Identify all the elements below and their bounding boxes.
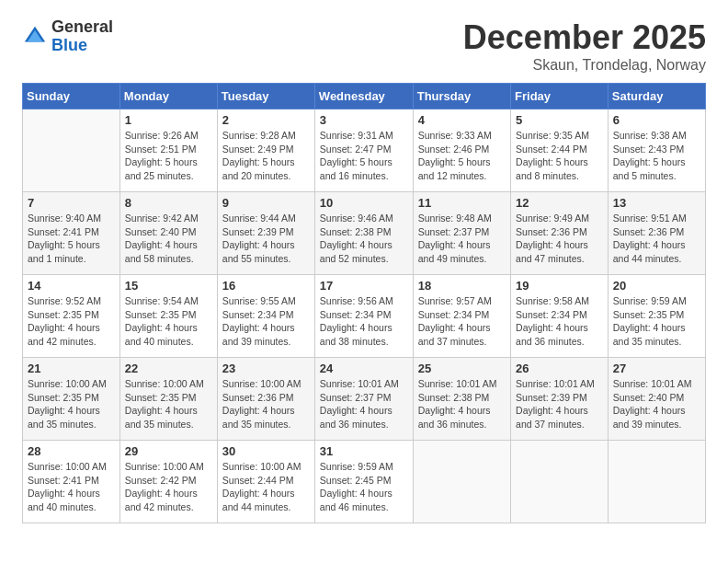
day-number: 7: [28, 196, 115, 210]
calendar-cell: 27Sunrise: 10:01 AM Sunset: 2:40 PM Dayl…: [608, 358, 705, 441]
weekday-header-friday: Friday: [511, 84, 609, 109]
day-info: Sunrise: 9:55 AM Sunset: 2:34 PM Dayligh…: [222, 294, 310, 349]
day-number: 23: [222, 362, 310, 375]
logo-text: General Blue: [51, 18, 113, 55]
day-info: Sunrise: 9:46 AM Sunset: 2:38 PM Dayligh…: [320, 212, 408, 266]
logo-general: General: [51, 17, 113, 36]
day-info: Sunrise: 10:00 AM Sunset: 2:36 PM Daylig…: [222, 377, 310, 431]
day-number: 10: [320, 196, 408, 210]
day-info: Sunrise: 9:48 AM Sunset: 2:37 PM Dayligh…: [418, 212, 506, 266]
calendar-table: SundayMondayTuesdayWednesdayThursdayFrid…: [22, 83, 706, 523]
calendar-cell: 9Sunrise: 9:44 AM Sunset: 2:39 PM Daylig…: [217, 192, 314, 275]
calendar-header-row: SundayMondayTuesdayWednesdayThursdayFrid…: [23, 84, 706, 109]
calendar-cell: 23Sunrise: 10:00 AM Sunset: 2:36 PM Dayl…: [217, 358, 314, 441]
calendar-cell: 11Sunrise: 9:48 AM Sunset: 2:37 PM Dayli…: [413, 192, 510, 275]
day-info: Sunrise: 9:49 AM Sunset: 2:36 PM Dayligh…: [516, 212, 603, 266]
calendar-cell: 29Sunrise: 10:00 AM Sunset: 2:42 PM Dayl…: [119, 441, 217, 523]
day-info: Sunrise: 9:56 AM Sunset: 2:34 PM Dayligh…: [320, 294, 408, 349]
day-info: Sunrise: 10:00 AM Sunset: 2:35 PM Daylig…: [28, 377, 115, 431]
day-number: 14: [28, 279, 115, 293]
day-info: Sunrise: 10:00 AM Sunset: 2:44 PM Daylig…: [222, 460, 310, 514]
calendar-cell: 17Sunrise: 9:56 AM Sunset: 2:34 PM Dayli…: [314, 275, 413, 358]
calendar-cell: 26Sunrise: 10:01 AM Sunset: 2:39 PM Dayl…: [511, 358, 609, 441]
calendar-cell: 4Sunrise: 9:33 AM Sunset: 2:46 PM Daylig…: [413, 109, 510, 192]
day-number: 18: [418, 279, 506, 293]
day-info: Sunrise: 9:51 AM Sunset: 2:36 PM Dayligh…: [613, 212, 700, 266]
calendar-cell: 14Sunrise: 9:52 AM Sunset: 2:35 PM Dayli…: [23, 275, 120, 358]
day-info: Sunrise: 9:33 AM Sunset: 2:46 PM Dayligh…: [418, 129, 506, 183]
weekday-header-thursday: Thursday: [413, 84, 510, 109]
day-number: 20: [613, 279, 700, 293]
day-info: Sunrise: 9:38 AM Sunset: 2:43 PM Dayligh…: [613, 129, 700, 183]
day-number: 19: [516, 279, 603, 293]
calendar-week-1: 1Sunrise: 9:26 AM Sunset: 2:51 PM Daylig…: [23, 109, 706, 192]
day-info: Sunrise: 9:59 AM Sunset: 2:45 PM Dayligh…: [320, 460, 408, 514]
weekday-header-wednesday: Wednesday: [314, 84, 413, 109]
calendar-week-4: 21Sunrise: 10:00 AM Sunset: 2:35 PM Dayl…: [23, 358, 706, 441]
day-info: Sunrise: 10:00 AM Sunset: 2:41 PM Daylig…: [28, 460, 115, 514]
calendar-cell: 19Sunrise: 9:58 AM Sunset: 2:34 PM Dayli…: [511, 275, 609, 358]
day-number: 27: [613, 362, 700, 375]
title-area: December 2025 Skaun, Trondelag, Norway: [463, 18, 706, 74]
day-number: 12: [516, 196, 603, 210]
day-info: Sunrise: 10:01 AM Sunset: 2:37 PM Daylig…: [320, 377, 408, 431]
calendar-cell: 12Sunrise: 9:49 AM Sunset: 2:36 PM Dayli…: [511, 192, 609, 275]
day-number: 5: [516, 113, 603, 127]
calendar-cell: 5Sunrise: 9:35 AM Sunset: 2:44 PM Daylig…: [511, 109, 609, 192]
calendar-cell: [511, 441, 609, 523]
day-info: Sunrise: 9:57 AM Sunset: 2:34 PM Dayligh…: [418, 294, 506, 349]
day-number: 21: [28, 362, 115, 375]
weekday-header-tuesday: Tuesday: [217, 84, 314, 109]
day-number: 1: [125, 113, 212, 127]
weekday-header-saturday: Saturday: [608, 84, 705, 109]
day-info: Sunrise: 9:52 AM Sunset: 2:35 PM Dayligh…: [28, 294, 115, 349]
day-number: 16: [222, 279, 310, 293]
day-info: Sunrise: 10:01 AM Sunset: 2:40 PM Daylig…: [613, 377, 700, 431]
day-number: 30: [222, 444, 310, 458]
calendar-cell: 31Sunrise: 9:59 AM Sunset: 2:45 PM Dayli…: [314, 441, 413, 523]
weekday-header-sunday: Sunday: [23, 84, 120, 109]
calendar-cell: 21Sunrise: 10:00 AM Sunset: 2:35 PM Dayl…: [23, 358, 120, 441]
day-number: 2: [222, 113, 310, 127]
day-info: Sunrise: 9:59 AM Sunset: 2:35 PM Dayligh…: [613, 294, 700, 349]
day-info: Sunrise: 9:28 AM Sunset: 2:49 PM Dayligh…: [222, 129, 310, 183]
day-number: 13: [613, 196, 700, 210]
day-info: Sunrise: 9:54 AM Sunset: 2:35 PM Dayligh…: [125, 294, 212, 349]
logo-blue: Blue: [51, 36, 87, 54]
day-info: Sunrise: 9:44 AM Sunset: 2:39 PM Dayligh…: [222, 212, 310, 266]
day-number: 9: [222, 196, 310, 210]
weekday-header-monday: Monday: [119, 84, 217, 109]
day-number: 15: [125, 279, 212, 293]
day-number: 24: [320, 362, 408, 375]
calendar-cell: 24Sunrise: 10:01 AM Sunset: 2:37 PM Dayl…: [314, 358, 413, 441]
month-title: December 2025: [463, 18, 706, 57]
calendar-week-3: 14Sunrise: 9:52 AM Sunset: 2:35 PM Dayli…: [23, 275, 706, 358]
calendar-cell: [23, 109, 120, 192]
logo-icon: [22, 24, 48, 50]
day-info: Sunrise: 9:26 AM Sunset: 2:51 PM Dayligh…: [125, 129, 212, 183]
calendar-cell: 22Sunrise: 10:00 AM Sunset: 2:35 PM Dayl…: [119, 358, 217, 441]
day-info: Sunrise: 9:31 AM Sunset: 2:47 PM Dayligh…: [320, 129, 408, 183]
calendar-cell: 16Sunrise: 9:55 AM Sunset: 2:34 PM Dayli…: [217, 275, 314, 358]
day-number: 8: [125, 196, 212, 210]
day-number: 6: [613, 113, 700, 127]
day-number: 4: [418, 113, 506, 127]
calendar-cell: [608, 441, 705, 523]
calendar-cell: 28Sunrise: 10:00 AM Sunset: 2:41 PM Dayl…: [23, 441, 120, 523]
calendar-cell: 6Sunrise: 9:38 AM Sunset: 2:43 PM Daylig…: [608, 109, 705, 192]
day-info: Sunrise: 9:40 AM Sunset: 2:41 PM Dayligh…: [28, 212, 115, 266]
calendar-cell: 3Sunrise: 9:31 AM Sunset: 2:47 PM Daylig…: [314, 109, 413, 192]
calendar-cell: [413, 441, 510, 523]
calendar-cell: 13Sunrise: 9:51 AM Sunset: 2:36 PM Dayli…: [608, 192, 705, 275]
day-number: 22: [125, 362, 212, 375]
day-number: 31: [320, 444, 408, 458]
day-number: 28: [28, 444, 115, 458]
day-info: Sunrise: 9:42 AM Sunset: 2:40 PM Dayligh…: [125, 212, 212, 266]
location-title: Skaun, Trondelag, Norway: [463, 57, 706, 74]
calendar-cell: 10Sunrise: 9:46 AM Sunset: 2:38 PM Dayli…: [314, 192, 413, 275]
day-info: Sunrise: 10:00 AM Sunset: 2:42 PM Daylig…: [125, 460, 212, 514]
day-info: Sunrise: 10:01 AM Sunset: 2:38 PM Daylig…: [418, 377, 506, 431]
calendar-cell: 7Sunrise: 9:40 AM Sunset: 2:41 PM Daylig…: [23, 192, 120, 275]
day-number: 29: [125, 444, 212, 458]
day-number: 3: [320, 113, 408, 127]
